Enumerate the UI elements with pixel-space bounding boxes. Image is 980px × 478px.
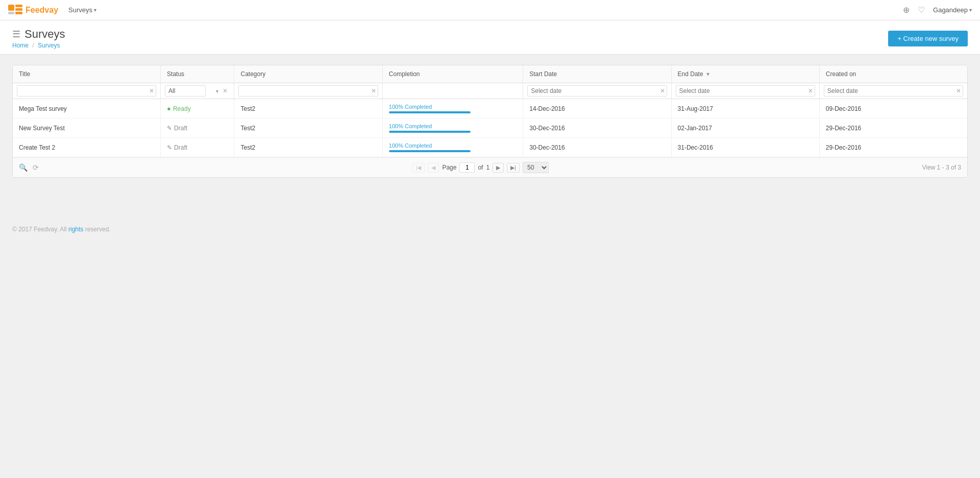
filter-created-on-cell: ✕ [819,83,967,99]
cell-category-1: Test2 [234,118,382,138]
cell-title-0: Mega Test survey [13,99,161,118]
nav-surveys-label: Surveys [68,6,92,14]
filter-start-date-wrap: ✕ [527,85,667,97]
cell-title-1: New Survey Test [13,118,161,138]
status-ready: ●Ready [167,105,228,112]
cell-end-date-0: 31-Aug-2017 [671,99,819,118]
cell-created-on-0: 09-Dec-2016 [819,99,967,118]
search-icon[interactable]: 🔍 [19,163,28,172]
nav-surveys[interactable]: Surveys ▾ [68,6,96,14]
status-label: Ready [173,105,191,112]
completion-bar-fill-2 [389,150,471,152]
draft-icon: ✎ [167,144,172,151]
col-header-created-on[interactable]: Created on [819,65,967,83]
first-page-button[interactable]: |◀ [412,163,425,173]
col-header-end-date[interactable]: End Date ▾ [671,65,819,83]
status-draft: ✎Draft [167,125,228,132]
surveys-table: Title Status Category Completion Start D… [13,65,967,157]
filter-category-input[interactable] [238,85,378,97]
filter-start-date-cell: ✕ [523,83,671,99]
table-row[interactable]: New Survey Test✎DraftTest2100% Completed… [13,118,967,138]
surveys-table-container: Title Status Category Completion Start D… [12,65,968,178]
view-count: View 1 - 3 of 3 [922,164,961,171]
cell-completion-0: 100% Completed [382,99,523,118]
breadcrumb: Home / Surveys [12,42,65,49]
filter-status-cell: All Ready Draft ▾ ✕ [161,83,234,99]
filter-title-wrap: ✕ [17,85,156,97]
location-icon[interactable]: ♡ [918,5,925,15]
completion-bar-bg-0 [389,111,471,113]
filter-start-date-input[interactable] [527,85,667,97]
status-label: Draft [174,144,187,151]
filter-title-input[interactable] [17,85,156,97]
footer-copyright: © 2017 Feedvay. All [12,226,68,233]
svg-rect-1 [15,5,22,7]
main-content: Title Status Category Completion Start D… [0,55,980,188]
logo[interactable]: Feedvay [8,5,58,16]
table-row[interactable]: Create Test 2✎DraftTest2100% Completed30… [13,138,967,157]
footer-rights-rest: reserved. [83,226,110,233]
filter-status-wrap: All Ready Draft ▾ ✕ [165,85,230,97]
site-footer: © 2017 Feedvay. All rights reserved. [0,219,980,240]
user-menu[interactable]: Gagandeep ▾ [933,6,972,14]
filter-start-date-clear[interactable]: ✕ [660,87,665,94]
cell-created-on-1: 29-Dec-2016 [819,118,967,138]
filter-status-clear[interactable]: ✕ [223,87,228,94]
next-page-button[interactable]: ▶ [493,163,504,173]
status-draft: ✎Draft [167,144,228,151]
col-header-status[interactable]: Status [161,65,234,83]
filter-created-on-wrap: ✕ [824,85,963,97]
filter-title-clear[interactable]: ✕ [149,87,154,94]
draft-icon: ✎ [167,125,172,132]
cell-end-date-2: 31-Dec-2016 [671,138,819,157]
col-header-completion[interactable]: Completion [382,65,523,83]
breadcrumb-surveys[interactable]: Surveys [38,42,60,49]
filter-completion-cell [382,83,523,99]
filter-row: ✕ All Ready Draft ▾ ✕ [13,83,967,99]
svg-rect-4 [8,12,14,14]
page-title-area: ☰ Surveys Home / Surveys [12,28,65,49]
globe-icon[interactable]: ⊕ [903,5,910,15]
per-page-select[interactable]: 10 25 50 100 [523,162,549,173]
prev-page-button[interactable]: ◀ [428,163,439,173]
cell-completion-1: 100% Completed [382,118,523,138]
footer-icons: 🔍 ⟳ [19,163,39,172]
svg-rect-2 [15,8,22,11]
completion-bar-bg-1 [389,131,471,133]
table-row[interactable]: Mega Test survey●ReadyTest2100% Complete… [13,99,967,118]
last-page-button[interactable]: ▶| [507,163,520,173]
filter-end-date-input[interactable] [676,85,815,97]
filter-category-clear[interactable]: ✕ [371,87,376,94]
cell-category-0: Test2 [234,99,382,118]
completion-label-1: 100% Completed [389,123,517,129]
breadcrumb-separator: / [32,42,34,49]
status-label: Draft [174,125,187,132]
col-header-title[interactable]: Title [13,65,161,83]
breadcrumb-home[interactable]: Home [12,42,29,49]
completion-bar-bg-2 [389,150,471,152]
status-select-arrow: ▾ [216,88,218,94]
navbar-left: Feedvay Surveys ▾ [8,5,96,16]
ready-icon: ● [167,105,171,112]
pagination: |◀ ◀ Page of 1 ▶ ▶| 10 25 50 100 [412,162,549,173]
create-survey-button[interactable]: + Create new survey [888,31,968,46]
col-header-start-date[interactable]: Start Date [523,65,671,83]
refresh-icon[interactable]: ⟳ [33,163,39,172]
page-number-input[interactable] [459,162,475,173]
cell-start-date-1: 30-Dec-2016 [523,118,671,138]
filter-end-date-wrap: ✕ [676,85,815,97]
cell-completion-2: 100% Completed [382,138,523,157]
cell-category-2: Test2 [234,138,382,157]
surveys-list-icon: ☰ [12,29,20,40]
filter-created-on-clear[interactable]: ✕ [956,87,961,94]
user-caret: ▾ [969,7,972,13]
col-header-category[interactable]: Category [234,65,382,83]
table-footer: 🔍 ⟳ |◀ ◀ Page of 1 ▶ ▶| 10 25 50 100 Vie… [13,157,967,177]
filter-end-date-clear[interactable]: ✕ [808,87,813,94]
filter-created-on-input[interactable] [824,85,963,97]
table-body: Mega Test survey●ReadyTest2100% Complete… [13,99,967,157]
filter-status-select[interactable]: All Ready Draft [165,85,206,97]
completion-label-0: 100% Completed [389,104,517,110]
footer-rights-link[interactable]: rights [68,226,83,233]
completion-label-2: 100% Completed [389,142,517,149]
